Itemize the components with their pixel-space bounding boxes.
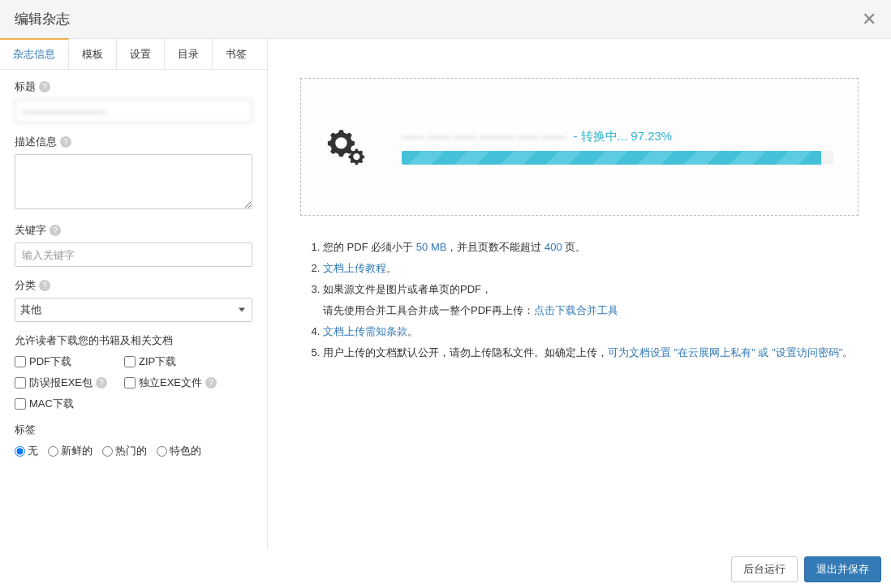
help-icon[interactable]: ? (205, 377, 217, 388)
tags-label: 标签 (15, 423, 252, 437)
note-item: 用户上传的文档默认公开，请勿上传隐私文件。如确定上传，可为文档设置 "在云展网上… (323, 342, 859, 363)
note-item: 如果源文件是图片或者单页的PDF， 请先使用合并工具合并成一整个PDF再上传：点… (323, 279, 859, 321)
radio-tag-fresh[interactable]: 新鲜的 (48, 444, 93, 458)
conversion-status: - 转换中... 97.23% (573, 129, 672, 144)
dialog-header: 编辑杂志 ✕ (0, 0, 891, 39)
privacy-settings-link[interactable]: 可为文档设置 "在云展网上私有" 或 "设置访问密码" (608, 346, 842, 358)
help-icon[interactable]: ? (60, 136, 71, 148)
processing-icon (325, 124, 369, 170)
page-limit-link[interactable]: 400 (544, 241, 562, 253)
terms-link[interactable]: 文档上传需知条款 (323, 325, 407, 337)
tab-bookmark[interactable]: 书签 (213, 39, 260, 70)
upload-tutorial-link[interactable]: 文档上传教程 (323, 262, 386, 274)
description-input[interactable] (15, 154, 252, 209)
radio-tag-hot[interactable]: 热门的 (102, 444, 147, 458)
dialog-footer: 后台运行 退出并保存 (0, 550, 891, 588)
keyword-label: 关键字 (15, 223, 46, 238)
title-label: 标题 (15, 79, 36, 94)
upload-filename: —— —— —— ——— —— —— (402, 130, 565, 143)
title-input[interactable] (15, 99, 252, 123)
close-icon[interactable]: ✕ (862, 11, 876, 28)
progress-bar-fill (402, 151, 821, 165)
checkbox-zip-download[interactable]: ZIP下载 (124, 354, 234, 369)
checkbox-input[interactable] (15, 398, 26, 410)
dialog-title: 编辑杂志 (15, 10, 70, 28)
keyword-input[interactable] (15, 242, 252, 267)
tab-template[interactable]: 模板 (69, 39, 117, 70)
radio-input[interactable] (102, 446, 113, 457)
sidebar: 杂志信息 模板 设置 目录 书签 标题 ? 描述信息 ? (0, 39, 268, 550)
main-panel: —— —— —— ——— —— —— - 转换中... 97.23% 您的 PD… (268, 39, 891, 550)
tab-settings[interactable]: 设置 (117, 39, 165, 70)
category-select[interactable]: 其他 (15, 298, 252, 322)
progress-bar (402, 151, 833, 165)
checkbox-mac-download[interactable]: MAC下载 (15, 397, 124, 411)
download-section-title: 允许读者下载您的书籍及相关文档 (15, 333, 252, 348)
checkbox-antivirus-exe[interactable]: 防误报EXE包 ? (15, 376, 124, 390)
checkbox-input[interactable] (15, 356, 26, 367)
radio-input[interactable] (48, 446, 58, 457)
description-label: 描述信息 (15, 135, 57, 149)
tab-bar: 杂志信息 模板 设置 目录 书签 (0, 39, 267, 70)
run-background-button[interactable]: 后台运行 (731, 556, 798, 582)
radio-tag-featured[interactable]: 特色的 (157, 444, 201, 458)
radio-input[interactable] (157, 446, 167, 457)
exit-save-button[interactable]: 退出并保存 (804, 556, 881, 582)
help-icon[interactable]: ? (96, 377, 107, 388)
note-item: 文档上传需知条款。 (323, 321, 859, 342)
tab-magazine-info[interactable]: 杂志信息 (0, 38, 69, 69)
checkbox-standalone-exe[interactable]: 独立EXE文件 ? (124, 376, 234, 390)
checkbox-input[interactable] (124, 356, 136, 367)
size-limit-link[interactable]: 50 MB (416, 241, 447, 253)
radio-tag-none[interactable]: 无 (15, 444, 38, 458)
help-icon[interactable]: ? (39, 81, 50, 92)
checkbox-input[interactable] (124, 377, 136, 388)
checkbox-input[interactable] (15, 377, 26, 388)
help-icon[interactable]: ? (39, 280, 50, 291)
merge-tool-link[interactable]: 点击下载合并工具 (534, 304, 618, 316)
radio-input[interactable] (15, 446, 25, 457)
checkbox-pdf-download[interactable]: PDF下载 (15, 354, 124, 369)
upload-dropzone: —— —— —— ——— —— —— - 转换中... 97.23% (300, 78, 859, 216)
upload-notes: 您的 PDF 必须小于 50 MB，并且页数不能超过 400 页。 文档上传教程… (300, 237, 859, 363)
help-icon[interactable]: ? (50, 225, 61, 236)
category-value: 其他 (20, 303, 41, 317)
tab-toc[interactable]: 目录 (165, 39, 213, 70)
gears-icon (325, 124, 369, 168)
note-item: 文档上传教程。 (323, 258, 859, 279)
note-item: 您的 PDF 必须小于 50 MB，并且页数不能超过 400 页。 (323, 237, 859, 258)
category-label: 分类 (15, 278, 36, 293)
